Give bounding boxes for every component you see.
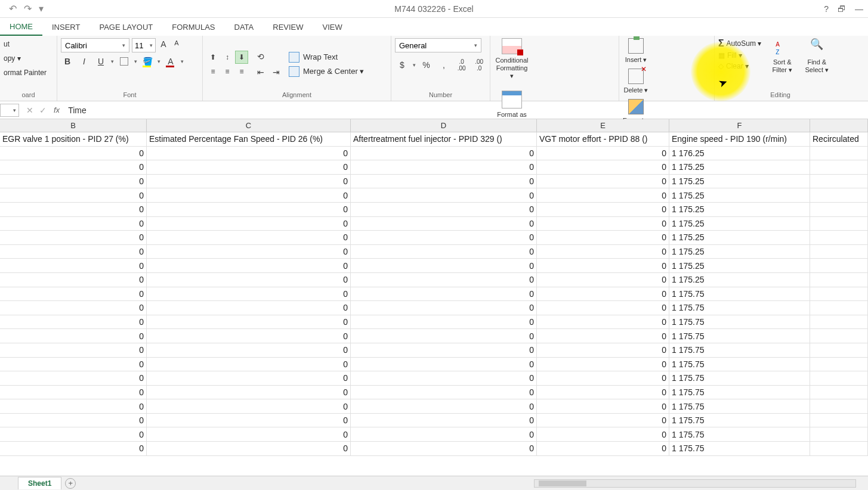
cell[interactable]: 0 <box>537 414 669 427</box>
cell[interactable]: 0 <box>351 287 537 301</box>
font-color-dropdown-icon[interactable]: ▾ <box>181 58 184 64</box>
italic-button[interactable]: I <box>78 55 91 68</box>
align-left-icon[interactable]: ≡ <box>206 65 220 78</box>
cancel-formula-icon[interactable]: ✕ <box>26 106 33 115</box>
autosum-button[interactable]: ΣAutoSum ▾ <box>718 38 761 49</box>
cell[interactable]: 0 <box>147 259 351 272</box>
cell[interactable] <box>810 245 868 259</box>
cell[interactable]: 0 <box>147 414 351 427</box>
copy-button[interactable]: opy ▾ <box>4 52 53 64</box>
cell[interactable]: 0 <box>351 188 537 202</box>
cell[interactable]: 0 <box>537 287 669 301</box>
cell[interactable]: 1 176.25 <box>669 147 810 160</box>
cell[interactable]: 0 <box>0 371 147 385</box>
percent-button[interactable]: % <box>419 60 434 70</box>
align-right-icon[interactable]: ≡ <box>235 65 248 78</box>
cell[interactable]: 0 <box>537 315 669 329</box>
cell[interactable]: 0 <box>537 343 669 357</box>
cell[interactable]: 0 <box>147 147 351 160</box>
ribbon-display-icon[interactable]: 🗗 <box>838 4 846 14</box>
cell[interactable]: 0 <box>0 343 147 357</box>
tab-page-layout[interactable]: PAGE LAYOUT <box>89 19 162 35</box>
cell[interactable]: 1 175.75 <box>669 399 810 413</box>
cell[interactable] <box>810 427 868 441</box>
cell[interactable]: 0 <box>0 358 147 371</box>
cell[interactable]: 0 <box>537 175 669 188</box>
cell[interactable]: 0 <box>537 329 669 343</box>
col-header-C[interactable]: C <box>147 119 351 132</box>
cell[interactable]: 1 175.75 <box>669 386 810 399</box>
conditional-formatting-button[interactable]: Conditional Formatting ▾ <box>494 38 530 81</box>
cell[interactable] <box>810 442 868 455</box>
cell[interactable]: 1 175.25 <box>669 273 810 287</box>
cell[interactable]: 0 <box>147 287 351 301</box>
currency-button[interactable]: $ <box>395 60 409 70</box>
cell[interactable]: 1 175.25 <box>669 175 810 188</box>
cell[interactable]: 1 175.25 <box>669 160 810 174</box>
align-top-icon[interactable]: ⬆ <box>206 51 220 64</box>
cell[interactable]: 0 <box>351 399 537 413</box>
cell[interactable]: 0 <box>147 203 351 216</box>
cell[interactable]: 0 <box>537 217 669 231</box>
cell[interactable]: 0 <box>351 160 537 174</box>
format-painter-button[interactable]: ormat Painter <box>4 67 53 79</box>
cell[interactable]: 1 175.25 <box>669 231 810 244</box>
decrease-decimal-icon[interactable]: .00.0 <box>472 58 486 72</box>
align-center-icon[interactable]: ≡ <box>221 65 234 78</box>
cell[interactable] <box>810 301 868 315</box>
cell[interactable]: 0 <box>147 343 351 357</box>
borders-button[interactable] <box>118 55 131 68</box>
font-name-select[interactable]: Calibri▾ <box>61 38 129 52</box>
tab-home[interactable]: HOME <box>0 18 42 36</box>
cell[interactable]: 0 <box>537 188 669 202</box>
tab-review[interactable]: REVIEW <box>263 19 313 35</box>
cell[interactable]: 0 <box>147 427 351 441</box>
number-format-select[interactable]: General▾ <box>395 38 481 52</box>
cell[interactable]: 1 175.75 <box>669 287 810 301</box>
cell[interactable]: 0 <box>147 217 351 231</box>
cell[interactable]: 0 <box>0 217 147 231</box>
col-header-B[interactable]: B <box>0 119 147 132</box>
sheet-tab-sheet1[interactable]: Sheet1 <box>18 477 61 489</box>
header-D[interactable]: Aftertreatment fuel injector - PPID 329 … <box>351 132 537 146</box>
cell[interactable] <box>810 358 868 371</box>
cell[interactable]: 0 <box>351 147 537 160</box>
header-G[interactable]: Recirculated <box>810 132 868 146</box>
cell[interactable] <box>810 287 868 301</box>
cell[interactable] <box>810 329 868 343</box>
cell[interactable] <box>810 188 868 202</box>
cell[interactable]: 0 <box>147 442 351 455</box>
increase-font-icon[interactable]: A <box>158 39 169 51</box>
cell[interactable] <box>810 259 868 272</box>
cell[interactable]: 1 175.75 <box>669 301 810 315</box>
insert-cells-button[interactable]: Insert ▾ <box>623 38 649 64</box>
cell[interactable]: 0 <box>0 386 147 399</box>
cell[interactable]: 0 <box>537 259 669 272</box>
cell[interactable]: 1 175.75 <box>669 343 810 357</box>
cell[interactable]: 0 <box>147 301 351 315</box>
cell[interactable]: 1 175.75 <box>669 442 810 455</box>
cell[interactable]: 1 175.75 <box>669 329 810 343</box>
cell[interactable]: 0 <box>537 160 669 174</box>
cell[interactable] <box>810 315 868 329</box>
formula-input[interactable]: Time <box>64 106 868 115</box>
col-header-G[interactable] <box>810 119 868 132</box>
cell[interactable] <box>810 273 868 287</box>
cell[interactable]: 1 175.75 <box>669 358 810 371</box>
cell[interactable]: 0 <box>537 386 669 399</box>
decrease-indent-icon[interactable]: ⇤ <box>254 66 267 79</box>
orientation-button[interactable]: ⟲ <box>254 50 267 63</box>
cell[interactable]: 0 <box>351 371 537 385</box>
cell[interactable] <box>810 371 868 385</box>
cell[interactable]: 0 <box>0 442 147 455</box>
cell[interactable]: 1 175.75 <box>669 315 810 329</box>
cell[interactable]: 0 <box>351 315 537 329</box>
cell[interactable]: 0 <box>0 414 147 427</box>
cell[interactable]: 0 <box>147 315 351 329</box>
tab-data[interactable]: DATA <box>225 19 264 35</box>
cell[interactable]: 1 175.75 <box>669 414 810 427</box>
cell[interactable]: 0 <box>0 301 147 315</box>
cell[interactable]: 0 <box>0 427 147 441</box>
sort-filter-button[interactable]: Sort & Filter ▾ <box>767 38 797 90</box>
header-E[interactable]: VGT motor effort - PPID 88 () <box>537 132 669 146</box>
